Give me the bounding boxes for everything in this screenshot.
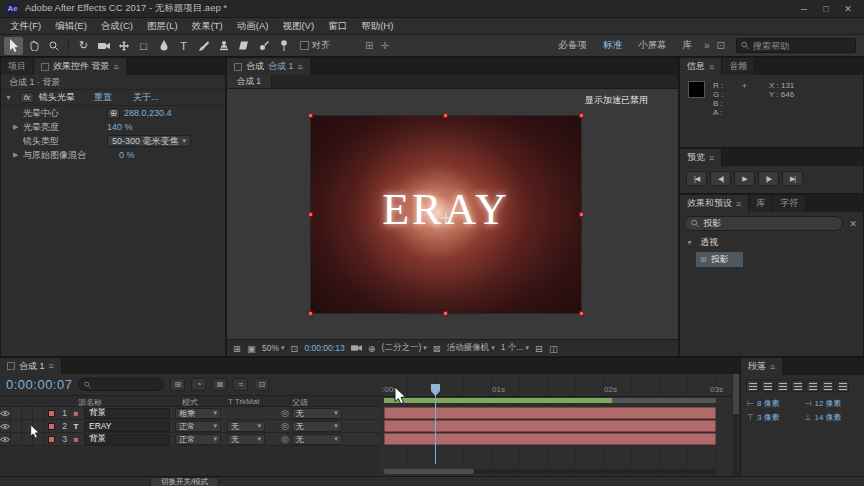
workspace-overflow-icon[interactable]: »	[700, 40, 714, 51]
align-right-button[interactable]	[776, 380, 789, 392]
property-row-flare-brightness[interactable]: ▶ 光晕亮度 140 %	[1, 120, 225, 134]
reset-link[interactable]: 重置	[94, 91, 112, 104]
tab-composition[interactable]: 合成 合成 1 ≡	[227, 58, 311, 75]
parent-pickwhip-icon[interactable]: ◎	[281, 421, 289, 431]
menu-item-layer[interactable]: 图层(L)	[140, 20, 185, 33]
parent-select[interactable]: 无▾	[292, 434, 342, 445]
zoom-select[interactable]: 50%▾	[262, 343, 285, 353]
property-value[interactable]: 140 %	[107, 122, 133, 132]
layer-row-1[interactable]: 1 ■ 背景 相乘▾ ◎ 无▾	[0, 407, 380, 420]
property-row-blend-original[interactable]: ▶ 与原始图像混合 0 %	[1, 148, 225, 162]
trkmat-select[interactable]: 无▾	[227, 421, 265, 432]
snapshot-icon[interactable]	[351, 344, 362, 352]
trkmat-select[interactable]: 无▾	[227, 434, 265, 445]
menu-item-composition[interactable]: 合成(C)	[94, 20, 140, 33]
tab-preview[interactable]: 预览 ≡	[680, 149, 722, 166]
selection-handle[interactable]	[443, 113, 448, 118]
selection-handle[interactable]	[308, 212, 313, 217]
column-mode[interactable]: 模式	[182, 397, 198, 408]
help-search-input[interactable]	[753, 41, 851, 51]
panel-menu-icon[interactable]: ≡	[770, 362, 775, 372]
eraser-tool-button[interactable]	[234, 37, 253, 55]
effects-search-input[interactable]	[703, 219, 836, 229]
solo-toggle[interactable]	[22, 407, 33, 419]
camera-tool-button[interactable]	[94, 37, 113, 55]
property-row-flare-center[interactable]: 光晕中心 ⊕ 288.0,230.4	[1, 106, 225, 120]
panel-menu-icon[interactable]: ≡	[114, 62, 119, 72]
selection-tool-button[interactable]	[4, 37, 23, 55]
grid-guides-icon[interactable]: ⊞	[233, 343, 241, 354]
layer-duration-bar-3[interactable]	[384, 433, 716, 445]
label-color-chip[interactable]	[48, 423, 55, 430]
roto-brush-tool-button[interactable]	[254, 37, 273, 55]
fast-preview-icon[interactable]: ◫	[549, 343, 558, 354]
panel-menu-icon[interactable]: ≡	[709, 62, 714, 72]
lock-toggle[interactable]	[33, 407, 44, 419]
layer-row-2[interactable]: 2 T ERAY 正常▾ 无▾ ◎ 无▾	[0, 420, 380, 433]
workspace-tab-libraries[interactable]: 库	[675, 39, 701, 52]
justify-last-center-button[interactable]	[806, 380, 819, 392]
label-color-chip[interactable]	[48, 436, 55, 443]
menu-item-file[interactable]: 文件(F)	[3, 20, 48, 33]
first-frame-button[interactable]: |◀	[686, 171, 707, 186]
lens-type-select[interactable]: 50-300 毫米变焦 ▾	[107, 135, 191, 147]
composition-mini-flowchart-icon[interactable]: ⊞	[170, 378, 185, 391]
indent-left-field[interactable]: ⊢8 像素	[747, 398, 801, 409]
current-time-display[interactable]: 0:00:00:07	[6, 377, 72, 392]
text-tool-button[interactable]: T	[174, 37, 193, 55]
shape-tool-button[interactable]: □	[134, 37, 153, 55]
work-area-bar[interactable]	[384, 398, 612, 403]
twirl-right-icon[interactable]: ▶	[13, 151, 23, 159]
menu-item-effect[interactable]: 效果(T)	[185, 20, 230, 33]
resolution-select[interactable]: (二分之一)▾	[382, 342, 427, 354]
layer-name[interactable]: 背景	[84, 434, 170, 445]
selection-handle[interactable]	[579, 212, 584, 217]
twirl-down-icon[interactable]: ▼	[5, 94, 15, 101]
video-toggle[interactable]	[0, 407, 11, 419]
pan-behind-tool-button[interactable]	[114, 37, 133, 55]
panel-menu-icon[interactable]: ≡	[298, 62, 303, 72]
layer-duration-bar-1[interactable]	[384, 407, 716, 419]
pen-tool-button[interactable]	[154, 37, 173, 55]
draft-3d-icon[interactable]: ◔	[191, 378, 206, 391]
tab-info[interactable]: 信息 ≡	[680, 58, 722, 75]
workspace-panel-icon[interactable]: ⊡	[717, 40, 725, 51]
play-button[interactable]: ▶	[734, 171, 755, 186]
tab-libraries[interactable]: 库	[749, 195, 773, 212]
last-frame-button[interactable]: ▶|	[782, 171, 803, 186]
maximize-button[interactable]: □	[816, 2, 836, 16]
column-source-name[interactable]: 源名称	[78, 397, 102, 408]
help-search-box[interactable]	[736, 38, 856, 53]
align-checkbox-icon[interactable]	[300, 41, 309, 50]
tab-paragraph[interactable]: 段落 ≡	[741, 358, 783, 375]
selection-handle[interactable]	[579, 113, 584, 118]
mask-visibility-icon[interactable]: ▣	[247, 343, 256, 354]
close-button[interactable]: ✕	[838, 2, 858, 16]
layer-name[interactable]: ERAY	[84, 421, 170, 432]
twirl-down-icon[interactable]: ▼	[686, 239, 696, 246]
align-center-button[interactable]	[761, 380, 774, 392]
selection-handle[interactable]	[443, 311, 448, 316]
space-before-field[interactable]: ⊤3 像素	[747, 412, 801, 423]
lock-toggle[interactable]	[33, 433, 44, 445]
space-after-field[interactable]: ⊥14 像素	[805, 412, 859, 423]
view-layout-select[interactable]: 1 个...▾	[501, 342, 529, 354]
layer-name[interactable]: 背景	[84, 408, 170, 419]
minimize-button[interactable]: ─	[794, 2, 814, 16]
align-toggle[interactable]: 对齐	[300, 39, 330, 52]
panel-menu-icon[interactable]: ≡	[49, 361, 54, 371]
selection-handle[interactable]	[308, 311, 313, 316]
label-color-chip[interactable]	[48, 410, 55, 417]
menu-item-window[interactable]: 窗口	[321, 20, 354, 33]
twirl-right-icon[interactable]: ▶	[13, 123, 23, 131]
panel-lock-icon[interactable]	[41, 63, 49, 71]
next-frame-button[interactable]: |▶	[758, 171, 779, 186]
timeline-search-box[interactable]	[78, 378, 164, 391]
effects-search-box[interactable]	[684, 216, 843, 231]
tab-effect-controls[interactable]: 效果控件 背景 ≡	[34, 58, 127, 75]
tab-audio[interactable]: 音频	[722, 58, 755, 75]
effects-item-row[interactable]: ⊞ 投影	[680, 251, 863, 268]
mode-select[interactable]: 正常▾	[175, 421, 221, 432]
layer-duration-bar-2[interactable]	[384, 420, 716, 432]
show-channels-icon[interactable]: ⊕	[368, 343, 376, 354]
